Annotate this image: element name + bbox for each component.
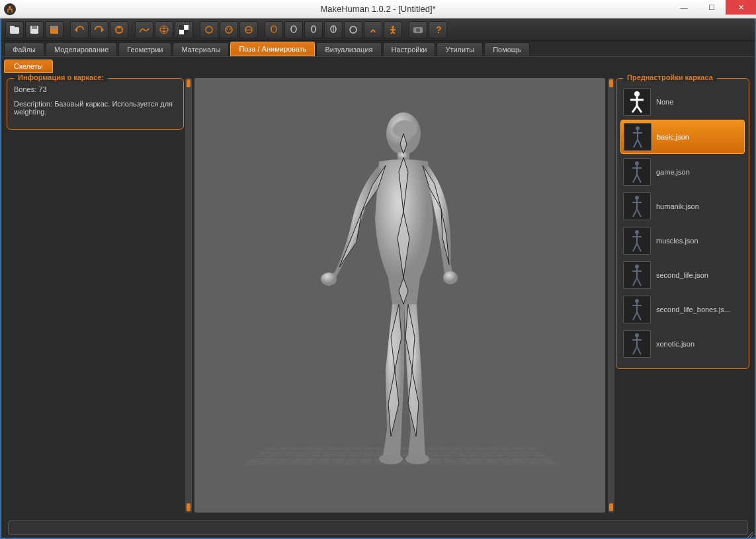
toolbar-pose2-icon[interactable] bbox=[384, 21, 402, 38]
toolbar-head3-icon[interactable] bbox=[239, 21, 258, 38]
svg-text:?: ? bbox=[436, 25, 442, 34]
tab-modeling[interactable]: Моделирование bbox=[46, 42, 117, 56]
svg-point-32 bbox=[416, 28, 420, 32]
preset-label: xonotic.json bbox=[656, 340, 694, 348]
toolbar-open-icon[interactable] bbox=[5, 21, 24, 38]
svg-point-45 bbox=[636, 126, 640, 130]
toolbar-reset-icon[interactable] bbox=[110, 21, 128, 38]
rig-presets-panel: Преднастройки каркаса Nonebasic.jsongame… bbox=[616, 78, 749, 369]
preset-thumb-icon bbox=[623, 88, 651, 116]
left-scrollbar[interactable] bbox=[185, 78, 192, 513]
toolbar-head2-icon[interactable] bbox=[220, 21, 238, 38]
preset-thumb-icon bbox=[623, 296, 651, 323]
toolbar-view4-icon[interactable] bbox=[324, 21, 343, 38]
svg-rect-6 bbox=[52, 26, 57, 29]
preset-label: humanik.json bbox=[656, 202, 699, 210]
preset-item[interactable]: basic.json bbox=[620, 120, 745, 154]
toolbar-undo-icon[interactable] bbox=[70, 21, 89, 38]
toolbar-save-icon[interactable] bbox=[25, 21, 44, 38]
preset-thumb-icon bbox=[623, 227, 651, 255]
svg-line-43 bbox=[632, 106, 637, 112]
toolbar-help-icon[interactable]: ? bbox=[429, 21, 447, 38]
svg-point-49 bbox=[635, 265, 639, 269]
toolbar-export-icon[interactable] bbox=[45, 21, 63, 38]
preset-label: basic.json bbox=[657, 133, 689, 141]
scroll-thumb-icon[interactable] bbox=[609, 503, 613, 511]
minimize-button[interactable]: — bbox=[670, 0, 698, 15]
svg-point-0 bbox=[9, 6, 11, 9]
app-icon bbox=[4, 3, 16, 15]
human-model-icon bbox=[301, 106, 499, 476]
svg-point-46 bbox=[635, 161, 639, 165]
svg-point-26 bbox=[392, 26, 394, 28]
svg-point-48 bbox=[635, 230, 639, 234]
toolbar-camera-icon[interactable] bbox=[409, 21, 427, 38]
preset-label: muscles.json bbox=[656, 237, 698, 245]
toolbar-pose1-icon[interactable] bbox=[364, 21, 382, 38]
toolbar-redo-icon[interactable] bbox=[90, 21, 108, 38]
svg-point-25 bbox=[350, 26, 357, 33]
svg-point-21 bbox=[291, 26, 296, 32]
svg-rect-4 bbox=[32, 26, 37, 29]
command-input[interactable] bbox=[8, 520, 748, 535]
preset-item[interactable]: second_life.json bbox=[620, 259, 745, 292]
svg-point-51 bbox=[635, 333, 639, 337]
main-tabs: Файлы Моделирование Геометрии Материалы … bbox=[1, 41, 755, 57]
svg-rect-12 bbox=[179, 25, 184, 30]
preset-item[interactable]: None bbox=[620, 85, 745, 118]
svg-point-39 bbox=[405, 454, 429, 464]
bones-count: Bones: 73 bbox=[14, 85, 177, 93]
svg-point-36 bbox=[321, 272, 337, 286]
preset-thumb-icon bbox=[623, 261, 651, 289]
toolbar-view5-icon[interactable] bbox=[344, 21, 362, 38]
tab-utilities[interactable]: Утилиты bbox=[437, 42, 483, 56]
toolbar-wireframe-icon[interactable] bbox=[155, 21, 173, 38]
preset-item[interactable]: xonotic.json bbox=[620, 327, 745, 360]
maximize-button[interactable]: ☐ bbox=[698, 0, 726, 15]
preset-thumb-icon bbox=[623, 192, 651, 220]
svg-point-20 bbox=[271, 26, 276, 32]
svg-line-29 bbox=[391, 32, 393, 34]
resize-grip-icon[interactable] bbox=[745, 530, 753, 538]
toolbar-head1-icon[interactable] bbox=[200, 21, 218, 38]
window-controls: — ☐ ✕ bbox=[670, 0, 756, 18]
svg-rect-2 bbox=[10, 26, 15, 28]
tab-files[interactable]: Файлы bbox=[4, 42, 44, 56]
svg-point-50 bbox=[635, 299, 639, 303]
toolbar-view2-icon[interactable] bbox=[284, 21, 303, 38]
rig-description: Description: Базовый каркас. Используетс… bbox=[14, 100, 177, 116]
close-button[interactable]: ✕ bbox=[726, 0, 756, 15]
tab-rendering[interactable]: Визуализация bbox=[316, 42, 381, 56]
preset-item[interactable]: muscles.json bbox=[620, 224, 745, 257]
toolbar-smooth-icon[interactable] bbox=[135, 21, 153, 38]
preset-thumb-icon bbox=[623, 158, 651, 186]
toolbar-view3-icon[interactable] bbox=[304, 21, 323, 38]
presets-title: Преднастройки каркаса bbox=[623, 73, 717, 81]
preset-item[interactable]: humanik.json bbox=[620, 190, 745, 223]
preset-label: None bbox=[656, 98, 673, 106]
preset-label: game.json bbox=[656, 168, 690, 176]
tab-pose-animate[interactable]: Поза / Анимировать bbox=[230, 42, 315, 56]
scroll-thumb-icon[interactable] bbox=[609, 79, 613, 87]
titlebar: MakeHuman 1.0.2 - [Untitled]* — ☐ ✕ bbox=[0, 0, 756, 19]
scroll-thumb-icon[interactable] bbox=[187, 79, 190, 87]
tab-help[interactable]: Помощь bbox=[484, 42, 530, 56]
tab-materials[interactable]: Материалы bbox=[173, 42, 229, 56]
right-scrollbar[interactable] bbox=[608, 78, 614, 513]
toolbar-background-icon[interactable] bbox=[175, 21, 193, 38]
3d-viewport[interactable] bbox=[194, 78, 605, 513]
preset-item[interactable]: game.json bbox=[620, 155, 745, 188]
preset-thumb-icon bbox=[624, 123, 651, 151]
sub-tab-skeletons[interactable]: Скелеты bbox=[4, 60, 53, 73]
rig-info-panel: Информация о каркасе: Bones: 73 Descript… bbox=[7, 78, 184, 130]
preset-label: second_life.json bbox=[656, 271, 708, 279]
preset-item[interactable]: second_life_bones.js... bbox=[620, 293, 745, 326]
tab-geometries[interactable]: Геометрии bbox=[118, 42, 171, 56]
svg-point-16 bbox=[227, 28, 228, 30]
scroll-thumb-icon[interactable] bbox=[187, 503, 190, 511]
window-title: MakeHuman 1.0.2 - [Untitled]* bbox=[320, 4, 435, 14]
svg-point-17 bbox=[230, 28, 231, 30]
tab-settings[interactable]: Настройки bbox=[383, 42, 436, 56]
svg-line-52 bbox=[747, 532, 753, 538]
toolbar-view1-icon[interactable] bbox=[265, 21, 283, 38]
